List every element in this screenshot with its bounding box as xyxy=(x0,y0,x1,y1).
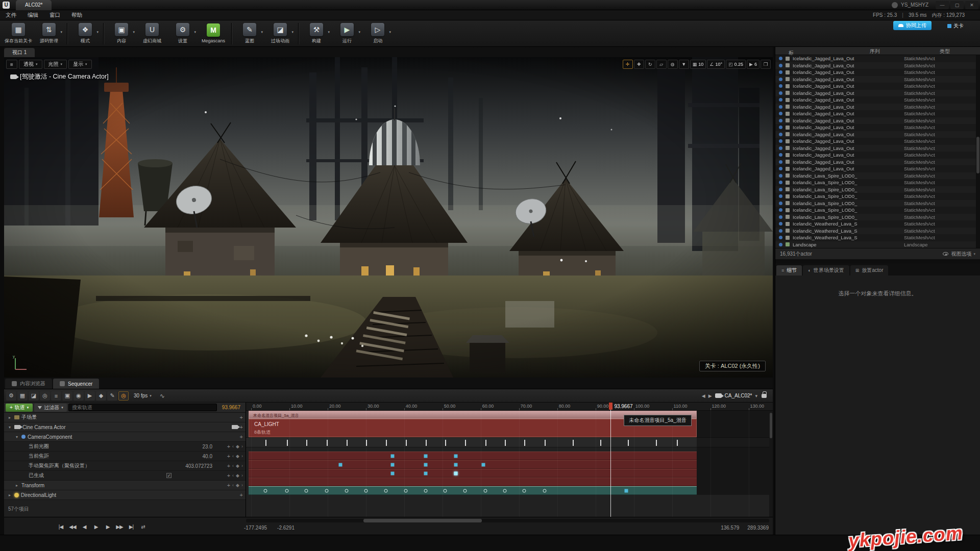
viewport-3d[interactable]: ≡ 透视▾光照▾显示▾ ✛✚↻▱◍▼▦10∠10°◰0.25▶6❒ [驾驶激活 … xyxy=(4,57,773,378)
key-diamond-icon[interactable]: ◆ xyxy=(236,454,239,459)
visibility-eye-icon[interactable] xyxy=(779,78,782,81)
section-marker[interactable] xyxy=(573,440,574,446)
add-icon[interactable]: + xyxy=(240,492,243,498)
playback-loop-button[interactable]: ⇄ xyxy=(139,524,146,530)
key-diamond-icon[interactable]: ◆ xyxy=(236,483,239,488)
close-button[interactable]: ✕ xyxy=(965,1,978,9)
view-start[interactable]: -2.6291 xyxy=(277,525,295,531)
outliner-row[interactable]: Icelandic_Jagged_Lava_OutStaticMeshAct xyxy=(775,124,980,131)
outliner-row[interactable]: Icelandic_Lava_Spire_LOD0_StaticMeshAct xyxy=(775,214,980,221)
outliner-row[interactable]: Icelandic_Lava_Spire_LOD0_StaticMeshAct xyxy=(775,172,980,180)
visibility-eye-icon[interactable] xyxy=(779,112,782,115)
viewport-lit-button[interactable]: 光照▾ xyxy=(44,60,67,69)
viewport-scale-snap-button[interactable]: ◰0.25 xyxy=(726,60,746,69)
section-marker[interactable] xyxy=(677,440,678,446)
outliner-row[interactable]: Icelandic_Lava_Spire_LOD0_StaticMeshAct xyxy=(775,200,980,207)
sequence-name[interactable]: CA_ALC02* xyxy=(725,393,752,398)
viewport-rotate-button[interactable]: ↻ xyxy=(645,60,655,69)
column-type[interactable]: 类型 xyxy=(940,48,950,55)
outliner-row[interactable]: Icelandic_Jagged_Lava_OutStaticMeshAct xyxy=(775,131,980,138)
visibility-eye-icon[interactable] xyxy=(779,64,782,67)
visibility-eye-icon[interactable] xyxy=(779,236,782,239)
aperture-clip[interactable] xyxy=(249,452,697,460)
playback-to-end-button[interactable]: ▶| xyxy=(128,524,135,530)
visibility-eye-icon[interactable] xyxy=(779,160,782,164)
section-marker[interactable] xyxy=(265,440,266,446)
seq-track-row[interactable]: ▸Transform+‹◆› xyxy=(4,481,246,490)
aperture-track-row[interactable] xyxy=(246,452,773,460)
seq-edit-options-button[interactable]: ≡ xyxy=(51,391,61,400)
viewport-gamepad-button[interactable]: ✛ xyxy=(623,60,633,69)
seq-curve-editor-button[interactable]: ✎ xyxy=(107,391,117,400)
lock-icon[interactable] xyxy=(762,394,767,398)
next-key-icon[interactable]: › xyxy=(241,483,243,488)
outliner-scrollbar[interactable] xyxy=(976,55,980,248)
viewport-camera-speed-button[interactable]: ▶6 xyxy=(747,60,760,69)
expander-caret-icon[interactable]: ▾ xyxy=(7,425,12,430)
visibility-eye-icon[interactable] xyxy=(779,119,782,122)
keyframe[interactable] xyxy=(624,489,628,492)
next-key-icon[interactable]: › xyxy=(241,444,243,449)
keyframe[interactable] xyxy=(454,454,458,458)
add-key-icon[interactable]: + xyxy=(227,472,230,479)
seq-save-button[interactable]: ▦ xyxy=(17,391,28,400)
add-icon[interactable]: + xyxy=(240,434,243,440)
visibility-eye-icon[interactable] xyxy=(779,194,782,198)
seq-options-button[interactable]: ⚙ xyxy=(6,391,16,400)
toolbar-button-modes[interactable]: ❖模式▾ xyxy=(70,21,100,46)
keyframe[interactable] xyxy=(543,489,546,492)
scrollbar-thumb[interactable] xyxy=(363,519,482,522)
tab-world-settings[interactable]: ◐世界场景设置 xyxy=(803,265,849,276)
section-marker[interactable] xyxy=(656,440,657,446)
key-diamond-icon[interactable]: ◆ xyxy=(236,473,239,478)
playback-play-button[interactable]: ▶ xyxy=(92,524,100,530)
next-key-icon[interactable]: › xyxy=(241,454,243,459)
seq-find-in-content-browser-button[interactable]: ◎ xyxy=(40,391,50,400)
seq-keyframe-options-button[interactable]: ◆ xyxy=(96,391,106,400)
panel-splitter[interactable] xyxy=(775,259,980,263)
tab-sequencer[interactable]: Sequencer xyxy=(53,379,99,389)
minimize-button[interactable]: — xyxy=(936,1,949,9)
keyframe[interactable] xyxy=(391,471,395,475)
checkbox[interactable]: ✓ xyxy=(166,473,172,478)
section-marker[interactable] xyxy=(545,440,546,446)
section-marker[interactable] xyxy=(347,440,348,446)
keyframe[interactable] xyxy=(304,489,308,492)
seq-auto-key-button[interactable]: ◎ xyxy=(118,391,129,400)
tab-content-browser[interactable]: 内容浏览器 xyxy=(5,379,52,389)
visibility-eye-icon[interactable] xyxy=(779,208,782,212)
section-marker[interactable] xyxy=(426,440,427,446)
section-marker[interactable] xyxy=(406,440,407,446)
keyframe-selected[interactable] xyxy=(454,471,458,475)
section-marker[interactable] xyxy=(287,440,288,446)
keyframe[interactable] xyxy=(523,489,526,492)
section-marker[interactable] xyxy=(628,440,629,446)
viewport-coord-system-button[interactable]: ◍ xyxy=(668,60,678,69)
section-marker[interactable] xyxy=(505,440,506,446)
playback-next-key-button[interactable]: ▶▶ xyxy=(116,524,123,530)
column-sequence[interactable]: 序列 xyxy=(870,48,880,55)
seq-track-row[interactable]: ▾Cine Camera Actor+ xyxy=(4,422,246,432)
section-marker[interactable] xyxy=(445,440,446,446)
seq-track-row[interactable]: 当前焦距40.0+‹◆› xyxy=(4,452,246,461)
keyframe[interactable] xyxy=(454,463,458,466)
add-key-icon[interactable]: + xyxy=(227,482,230,488)
transform-track-row[interactable] xyxy=(246,486,773,495)
tab-place-actors[interactable]: ⊞放置actor xyxy=(850,265,889,276)
add-key-icon[interactable]: + xyxy=(227,453,230,459)
menu-item-窗口[interactable]: 窗口 xyxy=(44,10,66,20)
visibility-eye-icon[interactable] xyxy=(779,174,782,178)
level-window-tab[interactable]: ALC02* xyxy=(16,0,52,10)
visibility-eye-icon[interactable] xyxy=(779,91,782,95)
outliner-row[interactable]: Icelandic_Lava_Spire_LOD0_StaticMeshAct xyxy=(775,179,980,186)
view-end[interactable]: 136.579 xyxy=(721,525,739,531)
view-options-button[interactable]: 视图选项 xyxy=(951,251,971,258)
add-track-button[interactable]: + 轨道 ▾ xyxy=(6,404,33,412)
toolbar-button-settings[interactable]: ⚙设置▾ xyxy=(168,21,198,46)
track-search-input[interactable] xyxy=(68,404,217,411)
visibility-eye-icon[interactable] xyxy=(779,222,782,226)
light-track-row[interactable]: CA_LIGHT 8条轨道 xyxy=(246,419,773,437)
outliner-row[interactable]: Icelandic_Jagged_Lava_OutStaticMeshAct xyxy=(775,110,980,117)
visibility-eye-icon[interactable] xyxy=(779,202,782,205)
timeline-vertical-scrollbar[interactable] xyxy=(769,411,773,517)
